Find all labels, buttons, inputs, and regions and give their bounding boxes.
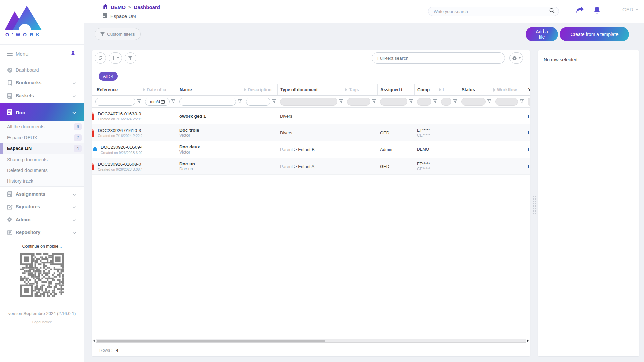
sidebar-item-sharing-documents[interactable]: Sharing documents [0,154,84,165]
chevron-down-icon [73,204,76,210]
doc-created: Created on 7/16/2024 2:29:57 AM [98,117,142,121]
refresh-button[interactable] [95,52,106,64]
funnel-icon[interactable] [372,99,376,105]
clipped-cell-text: I [528,130,530,135]
sidebar-item-all-documents[interactable]: All the documents 6 [0,121,84,132]
sidebar-item-doc[interactable]: Doc [0,103,84,121]
book-icon [103,13,107,19]
sort-arrow-icon [345,88,347,92]
table-row[interactable]: w DOC230926-01609-0Created on 9/26/2023 … [92,141,530,158]
horizontal-scrollbar[interactable] [93,339,529,343]
documents-table-card: All : 4 Reference Date of cr... Name Des… [92,50,530,356]
column-header-date[interactable]: Date of cr... [142,84,177,96]
breadcrumb-root[interactable]: DEMO [111,4,126,10]
funnel-icon[interactable] [238,99,242,105]
table-settings-button[interactable] [509,52,523,64]
column-header-type[interactable]: Type of document [277,84,344,96]
notification-bell-icon [93,147,97,153]
funnel-icon[interactable] [453,99,457,105]
panel-resize-handle[interactable] [533,196,536,214]
column-header-status[interactable]: Status [459,84,493,96]
doc-type: > Enfant B [294,147,315,152]
sidebar-item-label: Assignments [16,191,45,197]
sidebar-item-label: Doc [16,110,25,115]
funnel-icon [128,56,133,60]
funnel-icon[interactable] [433,99,437,105]
sidebar-item-history-track[interactable]: History track [0,176,84,187]
column-header-assigned[interactable]: Assigned t... [377,84,414,96]
column-header-y[interactable]: Y... [525,84,530,96]
funnel-icon[interactable] [137,99,141,105]
svg-text:O'WORK: O'WORK [5,32,42,37]
scroll-left-icon[interactable] [93,339,95,342]
sidebar-item-signatures[interactable]: Signatures [0,200,84,213]
doc-type: > Enfant A [294,164,314,169]
column-header-name[interactable]: Name [177,84,243,96]
funnel-icon[interactable] [520,99,524,105]
clipped-cell-text: I [528,147,530,152]
filter-button[interactable] [125,52,136,64]
sidebar-item-label: Dashboard [16,67,39,73]
table-row[interactable]: w DOC230926-01610-3Created on 7/16/2024 … [92,124,530,141]
sidebar-item-admin[interactable]: Admin [0,213,84,226]
sidebar-item-repository[interactable]: Repository [0,226,84,239]
column-header-tags[interactable]: Tags [344,84,377,96]
column-header-comp[interactable]: Comp... [414,84,438,96]
pin-icon[interactable] [71,51,75,58]
doc-reference: DOC230926-01609-0 [101,145,142,150]
funnel-icon[interactable] [487,99,491,105]
sidebar-item-baskets[interactable]: Baskets [0,89,84,102]
filter-date-input[interactable]: mm/d [145,98,170,106]
sidebar-item-dashboard[interactable]: Dashboard [0,64,84,76]
sidebar-item-deleted-documents[interactable]: Deleted documents [0,165,84,176]
legal-notice-link[interactable]: Legal notice [0,320,84,324]
funnel-icon[interactable] [272,99,276,105]
column-header-workflow[interactable]: Workflow [493,84,525,96]
doc-subname: Victor [179,150,243,155]
scroll-right-icon[interactable] [527,339,529,342]
breadcrumb-current[interactable]: Dashboard [134,4,160,10]
hamburger-icon[interactable] [7,51,13,57]
table-row[interactable]: w DOC230926-01608-0Created on 9/26/2023 … [92,158,530,175]
scrollbar-track[interactable] [96,339,526,343]
tab-all-documents[interactable]: All : 4 [99,72,118,81]
doc-subname: Victor [179,133,243,138]
filter-description-input[interactable] [246,98,270,106]
table-row[interactable]: w DOC240716-01630-0Created on 7/16/2024 … [92,108,530,124]
sidebar-item-assignments[interactable]: Assignments [0,188,84,200]
doc-comp-main: DEMO [417,147,438,152]
sort-arrow-icon [493,88,495,92]
sidebar-item-bookmarks[interactable]: Bookmarks [0,76,84,89]
version-text: version Septembre 2024 (2.16.0-1) [0,311,84,316]
space-line: Espace UN [103,13,136,19]
sort-arrow-icon [439,88,441,92]
home-icon[interactable] [103,4,108,10]
bell-icon[interactable] [594,6,600,15]
sub-item-label: Deleted documents [7,168,48,173]
user-menu[interactable]: GED [622,7,638,12]
custom-filters-button[interactable]: Custom filters [95,28,141,40]
create-from-template-button[interactable]: Create from a template [560,27,629,41]
column-header-description[interactable]: Description [243,84,277,96]
add-file-button[interactable]: Add a file [526,27,558,41]
table-header-row: Reference Date of cr... Name Description… [92,84,530,96]
columns-button[interactable] [109,52,122,64]
column-header-i[interactable]: I... [438,84,459,96]
sidebar-item-espace-un[interactable]: Espace UN 4 [0,143,84,154]
filter-reference-input[interactable] [95,98,135,106]
filter-type-disabled [280,98,337,106]
scrollbar-thumb[interactable] [97,340,325,342]
column-header-reference[interactable]: Reference [92,84,142,96]
app-logo[interactable]: O'WORK [5,4,48,41]
funnel-icon[interactable] [339,99,343,105]
fulltext-search-input[interactable] [377,56,505,61]
share-icon[interactable] [576,6,584,15]
bookmark-icon [7,80,13,86]
filter-name-input[interactable] [179,98,236,106]
sort-arrow-icon [244,88,246,92]
global-search-input[interactable] [434,9,549,14]
search-icon[interactable] [549,8,555,15]
funnel-icon[interactable] [171,99,175,105]
sidebar-item-espace-deux[interactable]: Espace DEUX 2 [0,132,84,143]
funnel-icon[interactable] [409,99,413,105]
